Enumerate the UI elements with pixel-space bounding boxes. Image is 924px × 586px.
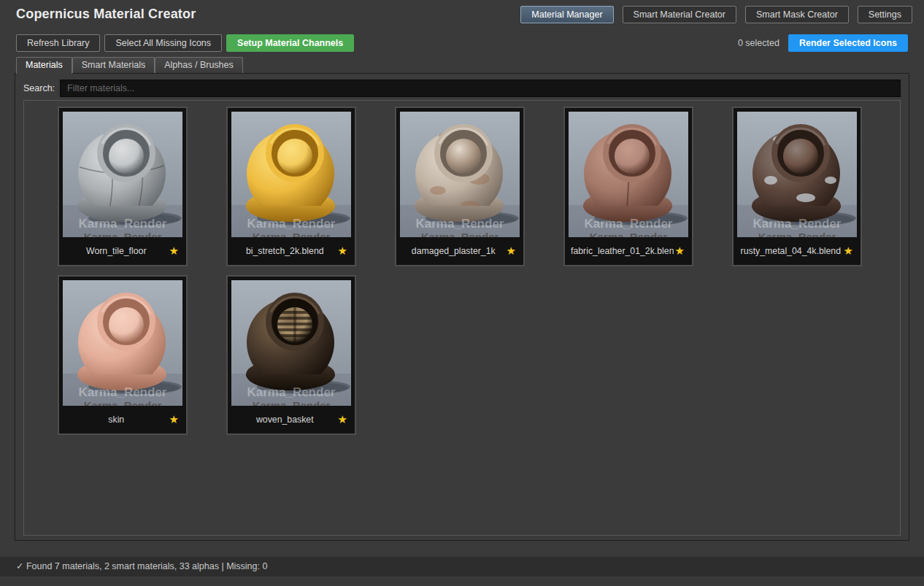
library-tabs: MaterialsSmart MaterialsAlphas / Brushes [0, 57, 924, 73]
material-thumbnail: Karma_Render Karma_Render [63, 112, 182, 237]
material-thumbnail: Karma_Render Karma_Render [400, 112, 520, 237]
search-input[interactable] [60, 80, 901, 97]
material-name: Worn_tile_floor [65, 246, 168, 256]
material-name: rusty_metal_04_4k.blend [739, 246, 842, 256]
material-card-skin[interactable]: Karma_Render Karma_Render skin ★ [58, 275, 188, 435]
material-name: woven_basket [234, 415, 336, 425]
material-card-label-row: skin ★ [59, 406, 186, 433]
favorite-star-icon[interactable]: ★ [675, 245, 685, 256]
setup-material-channels-button[interactable]: Setup Material Channels [226, 34, 354, 52]
svg-text:Karma_Render: Karma_Render [84, 399, 162, 406]
nav-button-material-manager[interactable]: Material Manager [520, 6, 613, 23]
tab-materials[interactable]: Materials [16, 57, 72, 74]
material-grid: Karma_Render Karma_Render Worn_tile_floo… [23, 100, 901, 536]
material-card-bi-stretch-2k-blend[interactable]: Karma_Render Karma_Render bi_stretch_2k.… [226, 107, 356, 266]
material-card-fabric-leather-01-2k-blend[interactable]: Karma_Render Karma_Render fabric_leather… [563, 107, 693, 266]
material-thumbnail: Karma_Render Karma_Render [231, 280, 351, 406]
app-title: Copernicus Material Creator [16, 6, 196, 22]
svg-text:Karma_Render: Karma_Render [253, 231, 331, 237]
material-card-label-row: damaged_plaster_1k ★ [396, 237, 523, 264]
material-thumbnail: Karma_Render Karma_Render [231, 112, 351, 237]
favorite-star-icon[interactable]: ★ [169, 245, 179, 256]
favorite-star-icon[interactable]: ★ [338, 414, 347, 425]
material-card-damaged-plaster-1k[interactable]: Karma_Render Karma_Render damaged_plaste… [395, 107, 525, 266]
svg-text:Karma_Render: Karma_Render [79, 385, 167, 399]
material-card-label-row: rusty_metal_04_4k.blend ★ [734, 237, 861, 264]
status-bar: ✓ Found 7 materials, 2 smart materials, … [0, 557, 924, 577]
toolbar: Refresh Library Select All Missing Icons… [0, 34, 924, 52]
svg-text:Karma_Render: Karma_Render [253, 399, 331, 406]
material-name: fabric_leather_01_2k.blend [571, 246, 674, 256]
svg-text:Karma_Render: Karma_Render [416, 217, 504, 231]
svg-text:Karma_Render: Karma_Render [585, 217, 673, 231]
material-thumbnail: Karma_Render Karma_Render [63, 280, 182, 406]
svg-text:Karma_Render: Karma_Render [79, 217, 167, 231]
material-name: damaged_plaster_1k [402, 246, 505, 256]
nav-button-smart-material-creator[interactable]: Smart Material Creator [623, 6, 736, 23]
svg-text:Karma_Render: Karma_Render [84, 231, 162, 237]
svg-text:Karma_Render: Karma_Render [421, 231, 499, 237]
header: Copernicus Material Creator Material Man… [0, 0, 924, 23]
svg-text:Karma_Render: Karma_Render [247, 385, 336, 399]
selected-count-label: 0 selected [738, 38, 779, 48]
material-manager-panel: Search: [15, 73, 909, 541]
material-name: bi_stretch_2k.blend [234, 246, 336, 256]
material-card-label-row: Worn_tile_floor ★ [59, 237, 186, 264]
svg-text:Karma_Render: Karma_Render [753, 217, 842, 231]
material-card-label-row: woven_basket ★ [228, 406, 355, 433]
material-thumbnail: Karma_Render Karma_Render [569, 112, 688, 237]
render-selected-icons-button[interactable]: Render Selected Icons [788, 34, 908, 52]
material-card-label-row: bi_stretch_2k.blend ★ [228, 237, 355, 264]
svg-text:Karma_Render: Karma_Render [758, 231, 836, 237]
material-card-label-row: fabric_leather_01_2k.blend ★ [565, 237, 692, 264]
material-card-woven-basket[interactable]: Karma_Render Karma_Render woven_basket ★ [226, 275, 356, 435]
favorite-star-icon[interactable]: ★ [507, 245, 516, 256]
favorite-star-icon[interactable]: ★ [169, 414, 179, 425]
material-thumbnail: Karma_Render Karma_Render [737, 112, 857, 237]
select-all-missing-icons-button[interactable]: Select All Missing Icons [104, 34, 222, 52]
tab-smart-materials[interactable]: Smart Materials [72, 57, 155, 73]
material-name: skin [65, 415, 168, 425]
refresh-library-button[interactable]: Refresh Library [16, 34, 100, 52]
svg-text:Karma_Render: Karma_Render [590, 231, 668, 237]
material-card-rusty-metal-04-4k-blend[interactable]: Karma_Render Karma_Render rusty_metal_04… [732, 107, 862, 266]
nav-button-smart-mask-creator[interactable]: Smart Mask Creator [745, 6, 849, 23]
favorite-star-icon[interactable]: ★ [844, 245, 853, 256]
nav-button-settings[interactable]: Settings [858, 6, 912, 23]
search-label: Search: [23, 83, 55, 93]
tab-alphas-brushes[interactable]: Alphas / Brushes [155, 57, 243, 73]
search-row: Search: [23, 80, 901, 97]
material-card-worn-tile-floor[interactable]: Karma_Render Karma_Render Worn_tile_floo… [58, 107, 188, 266]
main-nav: Material ManagerSmart Material CreatorSm… [520, 6, 912, 23]
favorite-star-icon[interactable]: ★ [338, 245, 347, 256]
svg-text:Karma_Render: Karma_Render [247, 217, 336, 231]
